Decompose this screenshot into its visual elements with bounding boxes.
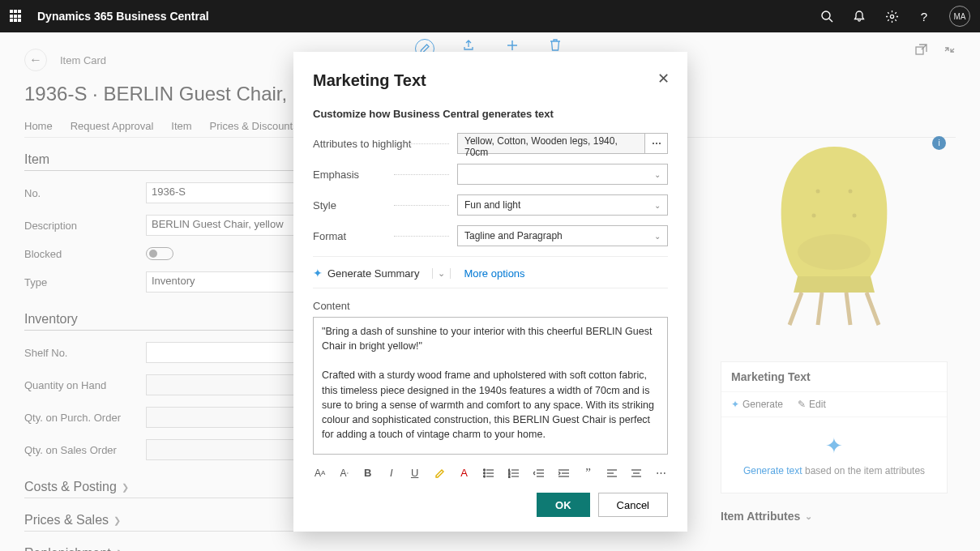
numbered-list-icon[interactable]: 123 <box>508 468 519 478</box>
help-icon[interactable]: ? <box>917 9 931 23</box>
editor-toolbar: AA A◦ B I U A 123 ” ⋯ <box>313 458 668 488</box>
settings-icon[interactable] <box>884 9 899 23</box>
user-avatar[interactable]: MA <box>949 6 970 27</box>
style-select[interactable]: Fun and light⌄ <box>457 194 668 216</box>
ok-button[interactable]: OK <box>537 493 590 517</box>
attributes-field[interactable]: Yellow, Cotton, Wooden legs, 1940, 70cm <box>457 133 645 154</box>
attributes-label: Attributes to highlight <box>313 138 457 150</box>
generate-summary-button[interactable]: ✦Generate Summary <box>313 267 419 280</box>
sparkle-icon: ✦ <box>313 267 323 280</box>
generate-dropdown-icon[interactable]: ⌄ <box>432 268 451 279</box>
chevron-down-icon: ⌄ <box>654 232 661 241</box>
align-center-icon[interactable] <box>631 469 641 477</box>
emphasis-select[interactable]: ⌄ <box>457 164 668 185</box>
format-select[interactable]: Tagline and Paragraph⌄ <box>457 225 668 246</box>
svg-point-15 <box>484 469 486 471</box>
top-bar: Dynamics 365 Business Central ? MA <box>0 0 980 32</box>
italic-icon[interactable]: I <box>387 467 396 479</box>
chevron-down-icon: ⌄ <box>654 170 661 179</box>
app-title: Dynamics 365 Business Central <box>37 10 209 23</box>
outdent-icon[interactable] <box>533 468 544 478</box>
highlight-icon[interactable] <box>434 468 445 479</box>
indent-icon[interactable] <box>558 468 569 478</box>
bullet-list-icon[interactable] <box>483 468 494 478</box>
content-label: Content <box>313 300 668 312</box>
font-color-icon[interactable]: A◦ <box>340 468 349 479</box>
quote-icon[interactable]: ” <box>584 466 593 480</box>
chevron-down-icon: ⌄ <box>654 201 661 210</box>
svg-point-19 <box>484 476 486 477</box>
more-options-link[interactable]: More options <box>464 267 524 280</box>
font-size-icon[interactable]: AA <box>315 468 325 479</box>
svg-line-1 <box>829 19 832 22</box>
text-color-icon[interactable]: A <box>460 467 469 479</box>
align-left-icon[interactable] <box>607 469 617 477</box>
close-icon[interactable]: ✕ <box>657 70 670 88</box>
notifications-icon[interactable] <box>852 9 867 23</box>
search-icon[interactable] <box>820 9 834 23</box>
dialog-subtitle: Customize how Business Central generates… <box>313 108 668 120</box>
more-icon[interactable]: ⋯ <box>656 467 666 479</box>
svg-point-17 <box>484 472 486 474</box>
cancel-button[interactable]: Cancel <box>598 493 668 517</box>
format-label: Format <box>313 230 457 242</box>
svg-text:3: 3 <box>508 475 511 478</box>
bold-icon[interactable]: B <box>363 467 372 479</box>
underline-icon[interactable]: U <box>410 467 419 479</box>
emphasis-label: Emphasis <box>313 169 457 181</box>
attributes-more-button[interactable]: ⋯ <box>645 133 668 154</box>
svg-point-2 <box>890 15 893 18</box>
app-launcher-icon[interactable] <box>10 10 23 23</box>
marketing-text-dialog: Marketing Text ✕ Customize how Business … <box>293 52 687 532</box>
style-label: Style <box>313 199 457 211</box>
content-textarea[interactable] <box>313 317 668 455</box>
svg-point-0 <box>822 11 830 19</box>
dialog-title: Marketing Text <box>313 71 668 90</box>
